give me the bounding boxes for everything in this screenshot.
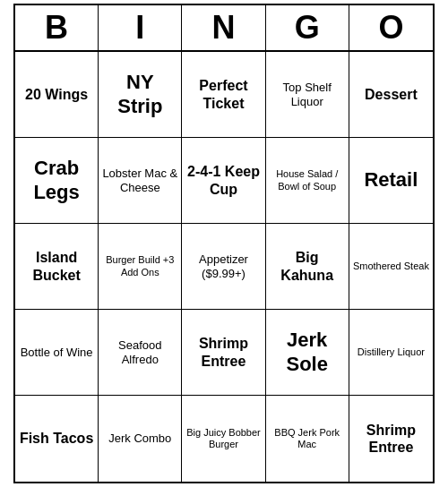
bingo-cell-13[interactable]: Big Kahuna [266,224,349,310]
bingo-cell-2[interactable]: Perfect Ticket [182,52,265,138]
bingo-cell-1[interactable]: NY Strip [99,52,182,138]
header-i: I [99,5,182,50]
bingo-cell-18[interactable]: Jerk Sole [266,310,349,396]
bingo-cell-22[interactable]: Big Juicy Bobber Burger [182,396,265,482]
bingo-cell-5[interactable]: Crab Legs [15,138,99,224]
bingo-cell-12[interactable]: Appetizer ($9.99+) [182,224,265,310]
bingo-cell-8[interactable]: House Salad / Bowl of Soup [266,138,349,224]
bingo-cell-7[interactable]: 2-4-1 Keep Cup [182,138,265,224]
bingo-cell-9[interactable]: Retail [349,138,433,224]
bingo-cell-15[interactable]: Bottle of Wine [15,310,99,396]
bingo-cell-0[interactable]: 20 Wings [15,52,99,138]
bingo-cell-17[interactable]: Shrimp Entree [182,310,265,396]
bingo-cell-24[interactable]: Shrimp Entree [349,396,433,482]
bingo-cell-23[interactable]: BBQ Jerk Pork Mac [266,396,349,482]
bingo-cell-16[interactable]: Seafood Alfredo [99,310,182,396]
bingo-cell-6[interactable]: Lobster Mac & Cheese [99,138,182,224]
header-b: B [15,5,99,50]
bingo-cell-3[interactable]: Top Shelf Liquor [266,52,349,138]
bingo-card: B I N G O 20 WingsNY StripPerfect Ticket… [13,4,435,483]
bingo-cell-4[interactable]: Dessert [349,52,433,138]
header-o: O [349,5,433,50]
bingo-cell-19[interactable]: Distillery Liquor [349,310,433,396]
bingo-grid: 20 WingsNY StripPerfect TicketTop Shelf … [15,52,433,482]
bingo-cell-20[interactable]: Fish Tacos [15,396,99,482]
header-n: N [182,5,265,50]
header-g: G [266,5,349,50]
bingo-cell-10[interactable]: Island Bucket [15,224,99,310]
bingo-cell-14[interactable]: Smothered Steak [349,224,433,310]
bingo-cell-11[interactable]: Burger Build +3 Add Ons [99,224,182,310]
bingo-cell-21[interactable]: Jerk Combo [99,396,182,482]
bingo-header: B I N G O [15,5,433,52]
